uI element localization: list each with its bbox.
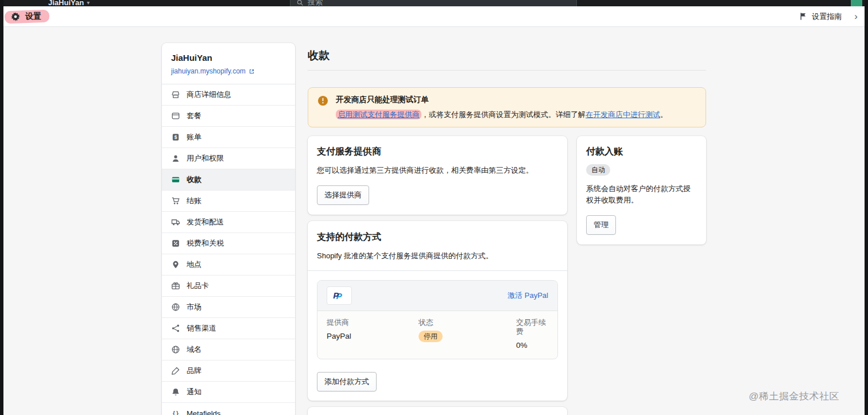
- store-icon: [171, 90, 180, 99]
- test-in-dev-store-link[interactable]: 在开发商店中进行测试: [586, 110, 660, 119]
- location-pin-icon: [171, 260, 180, 269]
- add-payment-method-button[interactable]: 添加付款方式: [317, 372, 377, 391]
- payments-icon: [171, 175, 180, 184]
- settings-title-group: 设置: [8, 10, 44, 23]
- payment-capture-card: 付款入账 自动 系统会自动对客户的付款方式授权并收取费用。 管理: [577, 136, 706, 245]
- sidebar-item-notifications[interactable]: 通知: [162, 382, 295, 403]
- store-url-text: jiahuiyan.myshopify.com: [171, 67, 246, 75]
- page-title: 收款: [308, 49, 706, 63]
- paypal-method-header: P P 激活 PayPal: [317, 281, 557, 311]
- sidebar-item-label: 收款: [187, 174, 202, 185]
- card-title: 支持的付款方式: [317, 231, 558, 243]
- sidebar-item-shipping-delivery[interactable]: 发货和配送: [162, 212, 295, 233]
- sidebar-item-payments[interactable]: 收款: [162, 169, 295, 191]
- manual-methods-card: 手动付款方式 在您的在线商店之外进行的付款。如果客户选择手动付款方式，例如货到付…: [308, 407, 567, 415]
- sidebar-item-markets[interactable]: 市场: [162, 297, 295, 318]
- users-icon: [171, 154, 180, 163]
- sidebar-item-label: 域名: [187, 344, 202, 355]
- brand-icon: [171, 366, 180, 375]
- sidebar-item-label: 发货和配送: [187, 217, 224, 227]
- header-right-group: 设置指南 ›: [799, 11, 860, 22]
- sidebar-item-label: 销售渠道: [187, 323, 216, 333]
- topbar-store-name[interactable]: JiaHuiYan ▾: [48, 0, 90, 6]
- sidebar-item-taxes-duties[interactable]: 税费和关税: [162, 233, 295, 254]
- sidebar-item-checkout[interactable]: 结账: [162, 191, 295, 212]
- metafields-icon: { }: [171, 409, 180, 415]
- card-body: P P 激活 PayPal 提供商 PayPal: [308, 271, 567, 401]
- topbar-store-name-text: JiaHuiYan: [48, 0, 84, 6]
- auto-badge: 自动: [586, 164, 610, 176]
- store-url-link[interactable]: jiahuiyan.myshopify.com: [171, 67, 286, 75]
- banner-text: 启用测试支付服务提供商，或将支付服务提供商设置为测试模式。详细了解在开发商店中进…: [336, 109, 668, 120]
- sidebar-item-label: 通知: [187, 387, 202, 397]
- card-description: Shopify 批准的某个支付服务提供商提供的付款方式。: [317, 250, 558, 262]
- svg-text:P: P: [333, 290, 339, 300]
- sidebar-item-locations[interactable]: 地点: [162, 254, 295, 276]
- sidebar-item-label: 税费和关税: [187, 238, 224, 249]
- sidebar-item-domains[interactable]: 域名: [162, 339, 295, 360]
- title-divider: [308, 70, 706, 71]
- admin-topbar: JiaHuiYan ▾ 搜索: [0, 0, 868, 6]
- sidebar-item-label: 品牌: [187, 366, 202, 376]
- sidebar-store-header: JiaHuiYan jiahuiyan.myshopify.com: [162, 43, 295, 84]
- provider-label: 提供商: [327, 318, 418, 327]
- sidebar-item-brand[interactable]: 品牌: [162, 360, 295, 382]
- sidebar-item-label: 地点: [187, 259, 202, 270]
- sidebar-item-label: 结账: [187, 196, 202, 206]
- page-header-title: 设置: [25, 11, 41, 22]
- sidebar-item-label: 用户和权限: [187, 153, 224, 164]
- sidebar-item-plan[interactable]: 套餐: [162, 106, 295, 127]
- payment-providers-card: 支付服务提供商 您可以选择通过第三方提供商进行收款，相关费率由第三方设定。 选择…: [308, 136, 567, 215]
- settings-page: JiaHuiYan jiahuiyan.myshopify.com 商店详细信息…: [3, 27, 865, 415]
- billing-icon: $: [171, 133, 180, 142]
- payments-content: 收款 开发商店只能处理测试订单 启用测试支付服务提供商，或将支付服务提供商设置为…: [308, 43, 706, 415]
- warning-icon: [317, 95, 328, 106]
- settings-sidebar: JiaHuiYan jiahuiyan.myshopify.com 商店详细信息…: [162, 43, 295, 415]
- supported-methods-card: 支持的付款方式 Shopify 批准的某个支付服务提供商提供的付款方式。 P P: [308, 221, 567, 401]
- sidebar-item-billing[interactable]: $账单: [162, 127, 295, 148]
- chevron-right-icon[interactable]: ›: [854, 11, 858, 21]
- gear-icon: [10, 11, 21, 22]
- store-avatar[interactable]: [851, 0, 862, 6]
- topbar-search-input[interactable]: 搜索: [290, 0, 577, 6]
- main-column: 支付服务提供商 您可以选择通过第三方提供商进行收款，相关费率由第三方设定。 选择…: [308, 136, 567, 415]
- fee-column: 交易手续费 0%: [516, 318, 548, 350]
- setup-guide-button[interactable]: 设置指南: [799, 11, 842, 22]
- banner-text-mid: ，或将支付服务提供商设置为测试模式。详细了解: [421, 110, 586, 119]
- markets-globe-icon: [171, 302, 180, 312]
- sidebar-item-label: Metafields: [187, 409, 220, 415]
- right-screen-edge: [865, 0, 868, 415]
- svg-text:$: $: [175, 134, 177, 140]
- status-label: 状态: [418, 318, 516, 327]
- setup-guide-label: 设置指南: [812, 11, 842, 22]
- chevron-down-icon: ▾: [87, 0, 90, 6]
- sidebar-item-sales-channels[interactable]: 销售渠道: [162, 318, 295, 339]
- choose-provider-button[interactable]: 选择提供商: [317, 185, 369, 205]
- card-description: 您可以选择通过第三方提供商进行收款，相关费率由第三方设定。: [317, 165, 558, 176]
- sidebar-item-label: 商店详细信息: [187, 90, 231, 100]
- channels-icon: [171, 324, 180, 333]
- taxes-icon: [171, 239, 180, 248]
- watermark: @稀土掘金技术社区: [749, 390, 839, 403]
- sidebar-item-gift-cards[interactable]: 礼品卡: [162, 276, 295, 297]
- sidebar-item-users-permissions[interactable]: 用户和权限: [162, 148, 295, 169]
- card-description: 系统会自动对客户的付款方式授权并收取费用。: [586, 183, 697, 206]
- banner-title: 开发商店只能处理测试订单: [336, 95, 668, 105]
- sidebar-item-label: 市场: [187, 302, 202, 312]
- flag-icon: [799, 12, 808, 21]
- fee-label: 交易手续费: [516, 318, 548, 336]
- settings-nav: 商店详细信息套餐$账单用户和权限收款结账发货和配送税费和关税地点礼品卡市场销售渠…: [162, 84, 295, 415]
- shipping-icon: [171, 218, 180, 227]
- manage-button[interactable]: 管理: [586, 215, 616, 235]
- enable-test-provider-link[interactable]: 启用测试支付服务提供商: [336, 110, 421, 119]
- card-header: 支持的付款方式 Shopify 批准的某个支付服务提供商提供的付款方式。: [308, 221, 567, 271]
- provider-column: 提供商 PayPal: [327, 318, 418, 350]
- giftcard-icon: [171, 281, 180, 290]
- activate-paypal-link[interactable]: 激活 PayPal: [507, 290, 548, 301]
- paypal-logo: P P: [327, 286, 352, 305]
- sidebar-item-metafields[interactable]: { }Metafields: [162, 403, 295, 415]
- plan-icon: [171, 111, 180, 121]
- sidebar-item-label: 账单: [187, 132, 202, 142]
- card-title: 支付服务提供商: [317, 146, 558, 157]
- sidebar-item-store-details[interactable]: 商店详细信息: [162, 84, 295, 106]
